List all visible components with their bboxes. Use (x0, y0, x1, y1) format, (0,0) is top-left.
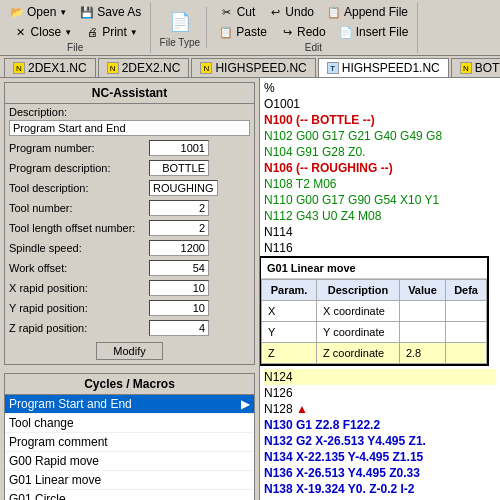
tool-description-label: Tool description: (9, 182, 149, 194)
open-dropdown-arrow: ▼ (59, 8, 67, 17)
description-input[interactable] (9, 120, 250, 136)
tooltip-val-y (399, 322, 445, 343)
program-description-label: Program description: (9, 162, 149, 174)
x-rapid-field: X rapid position: 10 (5, 278, 254, 298)
cycles-item-program-comment[interactable]: Program comment (5, 433, 254, 452)
tooltip-col-value: Value (399, 280, 445, 301)
tab-bottle-icon: N (460, 62, 472, 74)
program-description-field: Program description: BOTTLE (5, 158, 254, 178)
close-button[interactable]: ✕ Close ▼ (8, 22, 78, 42)
cycles-item-tool-change[interactable]: Tool change (5, 414, 254, 433)
right-panel: % O1001 N100 (-- BOTTLE --) N102 G00 G17… (260, 78, 500, 500)
tab-highspeed1-icon: T (327, 62, 339, 74)
edit-group-label: Edit (305, 42, 322, 53)
cycles-list[interactable]: Program Start and End ▶ Tool change Prog… (5, 395, 254, 500)
cycles-item-arrow-icon: ▶ (241, 397, 250, 411)
y-rapid-field: Y rapid position: 10 (5, 298, 254, 318)
program-description-value: BOTTLE (149, 160, 209, 176)
tab-highspeed-label: HIGHSPEED.NC (215, 61, 306, 75)
code-line-n106: N106 (-- ROUGHING --) (264, 160, 496, 176)
paste-label: Paste (236, 25, 267, 39)
cycles-item-g00-label: G00 Rapid move (9, 454, 99, 468)
z-rapid-label: Z rapid position: (9, 322, 149, 334)
cycles-item-g01-linear[interactable]: G01 Linear move (5, 471, 254, 490)
tooltip-desc-y: Y coordinate (317, 322, 400, 343)
tab-2dex2[interactable]: N 2DEX2.NC (98, 58, 190, 77)
code-line-n116: N116 (264, 240, 496, 256)
x-rapid-label: X rapid position: (9, 282, 149, 294)
undo-icon: ↩ (267, 5, 283, 19)
code-line-n104: N104 G91 G28 Z0. (264, 144, 496, 160)
append-file-icon: 📋 (326, 5, 342, 19)
spindle-speed-value: 1200 (149, 240, 209, 256)
program-number-value: 1001 (149, 140, 209, 156)
tab-highspeed1-label: HIGHSPEED1.NC (342, 61, 440, 75)
code-editor[interactable]: % O1001 N100 (-- BOTTLE --) N102 G00 G17… (260, 78, 500, 500)
cycles-item-g00-rapid[interactable]: G00 Rapid move (5, 452, 254, 471)
open-button[interactable]: 📂 Open ▼ (4, 2, 72, 22)
nc-assistant-title: NC-Assistant (5, 83, 254, 104)
close-label: Close (31, 25, 62, 39)
tooltip-col-param: Param. (262, 280, 317, 301)
cycles-panel: Cycles / Macros Program Start and End ▶ … (4, 373, 255, 500)
insert-file-button[interactable]: 📄 Insert File (333, 22, 414, 42)
cycles-item-tool-change-label: Tool change (9, 416, 74, 430)
tooltip-title: G01 Linear move (261, 258, 487, 279)
open-label: Open (27, 5, 56, 19)
tooltip-val-x (399, 301, 445, 322)
open-icon: 📂 (9, 5, 25, 19)
tab-bottle[interactable]: N BOTTLE.NC (451, 58, 500, 77)
tab-highspeed1[interactable]: T HIGHSPEED1.NC (318, 58, 449, 77)
y-rapid-value: 10 (149, 300, 209, 316)
cut-button[interactable]: ✂ Cut (214, 2, 261, 22)
left-panel: NC-Assistant Description: Program number… (0, 78, 260, 500)
program-number-label: Program number: (9, 142, 149, 154)
description-label: Description: (5, 104, 254, 120)
cycles-item-g01-circle[interactable]: G01 Circle (5, 490, 254, 500)
tab-2dex1[interactable]: N 2DEX1.NC (4, 58, 96, 77)
tab-highspeed[interactable]: N HIGHSPEED.NC (191, 58, 315, 77)
cycles-item-program-start-label: Program Start and End (9, 397, 132, 411)
print-dropdown-arrow: ▼ (130, 28, 138, 37)
code-line-pct: % (264, 80, 496, 96)
tooltip-table: Param. Description Value Defa X X coordi… (261, 279, 487, 364)
cut-label: Cut (237, 5, 256, 19)
work-offset-label: Work offset: (9, 262, 149, 274)
tooltip-def-x (446, 301, 487, 322)
tab-highspeed-icon: N (200, 62, 212, 74)
save-button[interactable]: 💾 Save As (74, 2, 146, 22)
append-file-button[interactable]: 📋 Append File (321, 2, 413, 22)
append-file-label: Append File (344, 5, 408, 19)
edit-toolbar-group: ✂ Cut ↩ Undo 📋 Append File 📋 Paste ↪ Red… (213, 2, 418, 53)
code-line-n128: N128 ▲ (264, 401, 496, 417)
undo-button[interactable]: ↩ Undo (262, 2, 319, 22)
tab-2dex2-label: 2DEX2.NC (122, 61, 181, 75)
tooltip-param-x: X (262, 301, 317, 322)
y-rapid-label: Y rapid position: (9, 302, 149, 314)
tooltip-col-description: Description (317, 280, 400, 301)
file-type-toolbar-group: 📄 File Type (157, 7, 207, 48)
code-line-o1001: O1001 (264, 96, 496, 112)
tab-2dex2-icon: N (107, 62, 119, 74)
work-offset-value: 54 (149, 260, 209, 276)
tool-number-value: 2 (149, 200, 209, 216)
paste-button[interactable]: 📋 Paste (213, 22, 272, 42)
modify-button[interactable]: Modify (96, 342, 162, 360)
tool-length-offset-label: Tool length offset number: (9, 222, 149, 234)
redo-button[interactable]: ↪ Redo (274, 22, 331, 42)
code-line-n124: N124 (264, 369, 496, 385)
code-line-n138: N138 X-19.324 Y0. Z-0.2 I-2 (264, 481, 496, 497)
tooltip-col-default: Defa (446, 280, 487, 301)
tool-number-field: Tool number: 2 (5, 198, 254, 218)
toolbar: 📂 Open ▼ 💾 Save As ✕ Close ▼ 🖨 Print ▼ F… (0, 0, 500, 56)
code-line-n100: N100 (-- BOTTLE --) (264, 112, 496, 128)
print-button[interactable]: 🖨 Print ▼ (79, 22, 143, 42)
cycles-item-program-start[interactable]: Program Start and End ▶ (5, 395, 254, 414)
tool-number-label: Tool number: (9, 202, 149, 214)
file-type-group-label: File Type (160, 37, 200, 48)
tool-length-offset-field: Tool length offset number: 2 (5, 218, 254, 238)
close-icon: ✕ (13, 25, 29, 39)
spindle-speed-label: Spindle speed: (9, 242, 149, 254)
work-offset-field: Work offset: 54 (5, 258, 254, 278)
program-number-field: Program number: 1001 (5, 138, 254, 158)
